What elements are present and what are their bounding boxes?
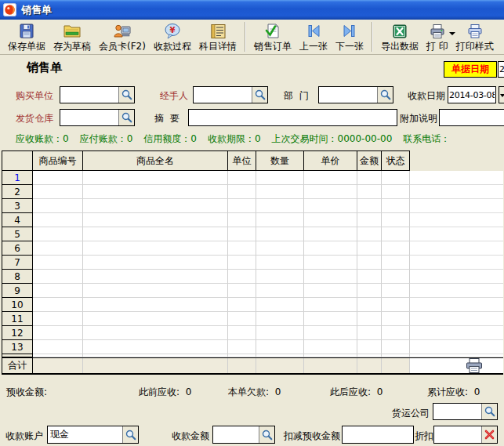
grid-cell[interactable] xyxy=(228,227,256,241)
grid-cell[interactable] xyxy=(256,284,304,298)
grid-cell[interactable] xyxy=(228,312,256,326)
grid-cell[interactable] xyxy=(382,241,410,256)
row-number[interactable]: 11 xyxy=(2,312,33,326)
grid-cell[interactable] xyxy=(304,241,357,256)
grid-cell[interactable] xyxy=(304,171,357,185)
grid-cell[interactable] xyxy=(304,213,357,227)
account-input[interactable] xyxy=(48,426,122,443)
grid-cell[interactable] xyxy=(33,227,83,241)
freight-company-input[interactable] xyxy=(433,404,481,419)
handler-lookup-button[interactable] xyxy=(252,87,267,103)
grid-cell[interactable] xyxy=(382,298,410,312)
grid-cell[interactable] xyxy=(357,241,382,256)
department-input[interactable] xyxy=(319,87,377,103)
grid-cell[interactable] xyxy=(357,171,382,185)
grid-cell[interactable] xyxy=(382,199,410,213)
grid-cell[interactable] xyxy=(357,213,382,227)
collect-date-dropdown-clipped[interactable] xyxy=(499,86,504,103)
grid-cell[interactable] xyxy=(304,256,357,270)
row-number[interactable]: 8 xyxy=(2,270,33,284)
save-document-button[interactable]: 保存单据 xyxy=(4,20,49,54)
grid-cell[interactable] xyxy=(228,171,256,185)
grid-cell[interactable] xyxy=(382,284,410,298)
member-card-button[interactable]: 会员卡(F2) xyxy=(95,20,150,54)
payment-process-button[interactable]: ¥ 收款过程 xyxy=(150,20,195,54)
grid-cell[interactable] xyxy=(33,340,83,354)
grid-cell[interactable] xyxy=(256,326,304,340)
grid-cell[interactable] xyxy=(357,326,382,340)
grid-cell[interactable] xyxy=(228,185,256,199)
grid-cell[interactable] xyxy=(83,199,228,213)
freight-company-field[interactable] xyxy=(433,403,498,420)
buyer-input[interactable] xyxy=(60,87,118,103)
grid-cell[interactable] xyxy=(304,270,357,284)
grid-cell[interactable] xyxy=(83,185,228,199)
deduct-prepaid-field[interactable] xyxy=(342,426,414,444)
grid-cell[interactable] xyxy=(83,298,228,312)
row-number-partial[interactable] xyxy=(2,354,33,357)
grid-cell[interactable] xyxy=(83,340,228,354)
row-number[interactable]: 3 xyxy=(2,199,33,213)
summary-input[interactable] xyxy=(189,110,397,125)
export-data-button[interactable]: 导出数据 xyxy=(377,20,422,54)
extra-note-input[interactable] xyxy=(440,110,504,125)
grid-cell[interactable] xyxy=(228,213,256,227)
grid-cell[interactable] xyxy=(228,199,256,213)
subject-detail-button[interactable]: 科目详情 xyxy=(195,20,241,54)
grid-cell[interactable] xyxy=(357,312,382,326)
grid-cell[interactable] xyxy=(33,199,83,213)
grid-cell[interactable] xyxy=(256,227,304,241)
extra-note-field[interactable] xyxy=(439,109,504,126)
print-style-button[interactable]: 打印样式 xyxy=(452,20,498,54)
grid-cell[interactable] xyxy=(33,284,83,298)
warehouse-lookup-button[interactable] xyxy=(118,110,134,125)
row-number[interactable]: 2 xyxy=(2,185,33,199)
grid-cell[interactable] xyxy=(357,227,382,241)
discount-input[interactable] xyxy=(434,426,481,443)
grid-cell[interactable] xyxy=(256,171,304,185)
grid-cell[interactable] xyxy=(33,298,83,312)
grid-cell[interactable] xyxy=(83,171,228,185)
collect-amount-field[interactable] xyxy=(212,426,275,444)
grid-cell[interactable] xyxy=(382,312,410,326)
document-date-button[interactable]: 单据日期 xyxy=(444,61,497,78)
grid-cell[interactable] xyxy=(382,227,410,241)
grid-cell[interactable] xyxy=(33,241,83,256)
grid-cell[interactable] xyxy=(228,241,256,256)
warehouse-input[interactable] xyxy=(60,110,118,125)
grid-cell[interactable] xyxy=(382,171,410,185)
grid-cell[interactable] xyxy=(83,312,228,326)
grid-cell[interactable] xyxy=(83,256,228,270)
previous-button[interactable]: 上一张 xyxy=(296,20,332,54)
buyer-lookup-button[interactable] xyxy=(118,87,134,103)
discount-clear-button[interactable] xyxy=(481,426,497,443)
grid-cell[interactable] xyxy=(228,256,256,270)
grid-cell[interactable] xyxy=(33,185,83,199)
row-number[interactable]: 13 xyxy=(2,340,33,354)
handler-field[interactable] xyxy=(193,86,268,103)
grid-print-button[interactable] xyxy=(464,357,484,374)
freight-lookup-button[interactable] xyxy=(481,404,497,419)
grid-cell[interactable] xyxy=(33,326,83,340)
grid-cell[interactable] xyxy=(382,256,410,270)
grid-cell[interactable] xyxy=(382,270,410,284)
grid-cell[interactable] xyxy=(357,270,382,284)
buyer-field[interactable] xyxy=(60,86,135,103)
department-lookup-button[interactable] xyxy=(377,87,393,103)
grid-cell[interactable] xyxy=(357,256,382,270)
grid-cell[interactable] xyxy=(256,199,304,213)
grid-cell[interactable] xyxy=(256,340,304,354)
grid-cell[interactable] xyxy=(382,185,410,199)
summary-field[interactable] xyxy=(188,109,397,126)
print-button[interactable]: 打 印 xyxy=(422,20,452,54)
grid-cell[interactable] xyxy=(228,284,256,298)
grid-cell[interactable] xyxy=(304,340,357,354)
grid-cell[interactable] xyxy=(357,185,382,199)
row-number[interactable]: 10 xyxy=(2,298,33,312)
row-number[interactable]: 9 xyxy=(2,284,33,298)
row-number[interactable]: 5 xyxy=(2,227,33,241)
collect-amount-input[interactable] xyxy=(213,426,259,443)
grid-cell[interactable] xyxy=(228,270,256,284)
warehouse-field[interactable] xyxy=(60,109,135,126)
row-number[interactable]: 1 xyxy=(2,171,33,185)
